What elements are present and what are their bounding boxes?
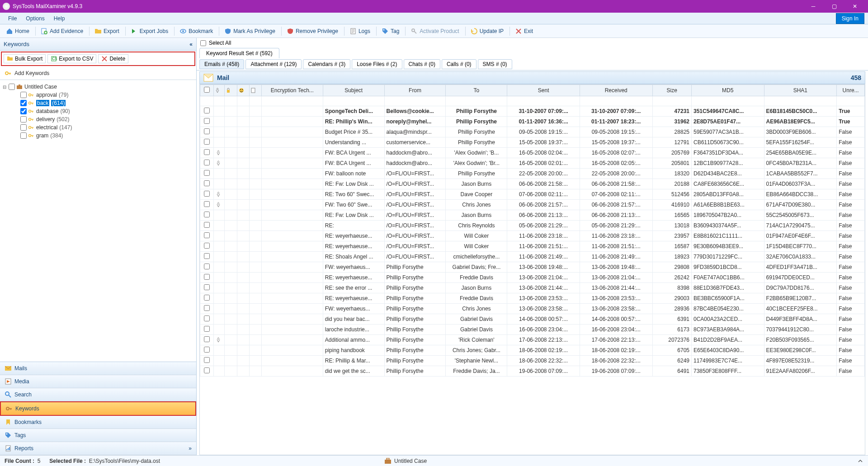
nav-keywords[interactable]: Keywords [0, 401, 196, 416]
table-row[interactable]: RE: Phillip & Mar...Phillip Forsythe'Ste… [200, 356, 865, 366]
filter-cell[interactable] [213, 96, 225, 106]
home-button[interactable]: Home [2, 25, 33, 37]
sub-tab[interactable]: Attachment # (129) [245, 59, 302, 69]
filter-cell[interactable] [764, 96, 837, 106]
filter-cell[interactable] [691, 96, 764, 106]
column-header[interactable]: Received [580, 85, 652, 96]
table-row[interactable]: RE: Fw: Low Disk .../O=FL/OU=FIRST...Jas… [200, 210, 865, 221]
result-tab[interactable]: Keyword Result Set # (592) [199, 48, 279, 58]
keyword-item[interactable]: gram(384) [14, 132, 194, 140]
row-checkbox[interactable] [204, 315, 210, 321]
column-header[interactable]: Size [652, 85, 691, 96]
table-row[interactable]: RE:/O=FL/OU=FIRST...Chris Reynolds05-06-… [200, 221, 865, 231]
mail-grid[interactable]: Encryption Tech...SubjectFromToSentRecei… [199, 84, 865, 455]
filter-cell[interactable] [446, 96, 507, 106]
signin-button[interactable]: Sign In [836, 13, 864, 24]
column-header[interactable]: SHA1 [764, 85, 837, 96]
filter-cell[interactable] [580, 96, 652, 106]
row-checkbox[interactable] [204, 367, 210, 373]
filter-cell[interactable] [237, 96, 249, 106]
filter-cell[interactable] [249, 96, 261, 106]
column-header[interactable]: From [384, 85, 446, 96]
table-row[interactable]: FW: BCA Urgent ...haddockm@abro...'Alex … [200, 158, 865, 169]
filter-cell[interactable] [384, 96, 446, 106]
statusbar-expand-button[interactable] [857, 458, 863, 464]
keyword-checkbox[interactable] [20, 92, 27, 98]
table-row[interactable]: RE: weyerhaeuse...Phillip ForsytheFreddi… [200, 293, 865, 304]
table-row[interactable]: did we get the sc...Phillip ForsytheFred… [200, 366, 865, 377]
column-header[interactable] [237, 85, 249, 96]
table-row[interactable]: laroche industrie...Phillip ForsytheGabr… [200, 325, 865, 335]
update-ip-button[interactable]: Update IP [467, 25, 508, 37]
exit-button[interactable]: Exit [511, 25, 537, 37]
filter-cell[interactable] [652, 96, 691, 106]
activate-product-button[interactable]: Activate Product [406, 25, 463, 37]
menu-file[interactable]: File [4, 14, 21, 24]
remove-privilege-button[interactable]: Remove Privilege [283, 25, 342, 37]
table-row[interactable]: RE: see the error ...Phillip ForsytheJas… [200, 283, 865, 293]
sub-tab[interactable]: Calendars # (3) [303, 59, 350, 69]
keyword-item[interactable]: approval(79) [14, 91, 194, 99]
table-row[interactable]: FW: balloon note/O=FL/OU=FIRST...Phillip… [200, 169, 865, 179]
column-header[interactable] [213, 85, 225, 96]
table-row[interactable]: SpongeTech Deli...Bellows@cookie...Phill… [200, 106, 865, 117]
column-header[interactable] [249, 85, 261, 96]
table-row[interactable]: did you hear bac...Phillip ForsytheGabri… [200, 314, 865, 325]
filter-cell[interactable] [837, 96, 865, 106]
row-checkbox[interactable] [204, 264, 210, 269]
filter-cell[interactable] [507, 96, 580, 106]
add-evidence-button[interactable]: Add Evidence [37, 25, 87, 37]
collapse-panel-button[interactable]: « [189, 41, 193, 47]
menu-options[interactable]: Options [21, 14, 49, 24]
row-checkbox[interactable] [204, 222, 210, 228]
menu-help[interactable]: Help [49, 14, 70, 24]
row-checkbox[interactable] [204, 180, 210, 186]
filter-cell[interactable] [261, 96, 323, 106]
row-checkbox[interactable] [204, 295, 210, 301]
nav-mails[interactable]: Mails [0, 362, 196, 375]
delete-keyword-button[interactable]: Delete [98, 54, 128, 63]
expand-icon[interactable]: » [189, 445, 192, 452]
filter-cell[interactable] [200, 96, 214, 106]
table-row[interactable]: RE: Phillip's Win...noreply@myhel...Phil… [200, 117, 865, 127]
table-row[interactable]: Budget Price # 35...alaqua@mindspr...Phi… [200, 127, 865, 137]
table-row[interactable]: RE: weyerhaeuse.../O=FL/OU=FIRST...Will … [200, 241, 865, 252]
column-header[interactable]: Sent [507, 85, 580, 96]
nav-search[interactable]: Search [0, 388, 196, 401]
row-checkbox[interactable] [204, 160, 210, 165]
keyword-checkbox[interactable] [20, 100, 27, 106]
row-checkbox[interactable] [204, 305, 210, 311]
column-header[interactable] [225, 85, 237, 96]
table-row[interactable]: Additional ammo...Phillip Forsythe'Rick … [200, 335, 865, 345]
mark-privilege-button[interactable]: Mark As Privilege [220, 25, 279, 37]
table-row[interactable]: RE: weyerhaeuse...Phillip ForsytheFreddi… [200, 273, 865, 283]
table-row[interactable]: FW: weyerhaeus...Phillip ForsytheGabriel… [200, 262, 865, 273]
row-checkbox[interactable] [204, 191, 210, 197]
close-button[interactable]: ✕ [844, 0, 865, 13]
sub-tab[interactable]: SMS # (0) [478, 59, 512, 69]
sub-tab[interactable]: Loose Files # (2) [352, 59, 402, 69]
sub-tab[interactable]: Chats # (0) [404, 59, 440, 69]
row-checkbox[interactable] [204, 253, 210, 259]
column-header[interactable]: MD5 [691, 85, 764, 96]
nav-bookmarks[interactable]: Bookmarks [0, 416, 196, 429]
keyword-item[interactable]: database(90) [14, 107, 194, 115]
row-checkbox[interactable] [204, 149, 210, 155]
bulk-export-button[interactable]: Bulk Export [4, 54, 46, 63]
row-checkbox[interactable] [204, 201, 210, 207]
filter-cell[interactable] [323, 96, 384, 106]
table-row[interactable]: RE: Fw: Low Disk .../O=FL/OU=FIRST...Jas… [200, 179, 865, 189]
row-checkbox[interactable] [204, 170, 210, 176]
row-checkbox[interactable] [204, 347, 210, 353]
table-row[interactable]: FW: weyerhaeus...Phillip ForsytheChris J… [200, 304, 865, 314]
row-checkbox[interactable] [204, 128, 210, 134]
minimize-button[interactable]: ─ [803, 0, 824, 13]
select-all-checkbox[interactable] [200, 40, 206, 46]
export-jobs-button[interactable]: Export Jobs [127, 25, 172, 37]
nav-tags[interactable]: Tags [0, 429, 196, 442]
tree-case-row[interactable]: ⊟ Untitled Case [2, 83, 194, 91]
keyword-checkbox[interactable] [20, 132, 27, 139]
export-csv-button[interactable]: csvExport to CSV [47, 54, 96, 63]
row-checkbox[interactable] [204, 118, 210, 124]
row-checkbox[interactable] [204, 212, 210, 217]
